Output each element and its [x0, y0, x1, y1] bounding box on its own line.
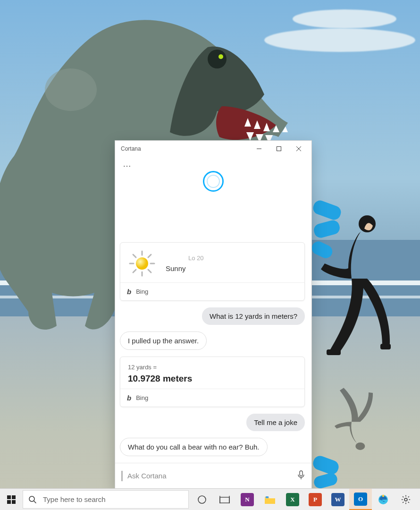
cortana-message: What do you call a bear with no ear? Buh… — [120, 438, 268, 456]
svg-point-27 — [136, 257, 148, 270]
cortana-message: I pulled up the answer. — [120, 332, 207, 350]
microphone-button[interactable] — [297, 470, 305, 482]
bing-icon: b — [127, 394, 131, 402]
svg-point-2 — [218, 54, 223, 59]
taskbar-search-input[interactable] — [42, 495, 188, 504]
svg-point-1 — [208, 50, 227, 68]
cortana-ring-icon — [203, 171, 224, 192]
svg-point-36 — [198, 496, 206, 503]
svg-point-14 — [355, 442, 365, 450]
conversion-from: 12 yards = — [128, 364, 297, 371]
svg-point-34 — [29, 496, 34, 502]
svg-line-25 — [148, 255, 151, 257]
more-menu-button[interactable]: … — [115, 157, 311, 168]
svg-line-26 — [133, 270, 136, 272]
weather-card[interactable]: Lo 20 Sunny b Bing — [120, 242, 305, 301]
svg-rect-37 — [220, 497, 229, 503]
conversation-scroll[interactable]: Lo 20 Sunny b Bing What is 12 yards in m… — [115, 192, 311, 463]
taskbar-powerpoint-icon[interactable]: P — [304, 489, 327, 510]
svg-point-43 — [382, 494, 385, 497]
wallpaper-runner — [311, 208, 392, 378]
bing-icon: b — [127, 288, 131, 296]
svg-rect-31 — [12, 495, 16, 499]
sun-icon — [128, 249, 156, 278]
start-button[interactable] — [0, 489, 23, 510]
svg-rect-41 — [266, 496, 269, 498]
conversion-source: Bing — [136, 394, 148, 401]
search-icon — [23, 495, 42, 504]
taskbar: N X P W O — [0, 488, 420, 510]
window-title: Cortana — [121, 145, 249, 152]
svg-rect-40 — [265, 499, 275, 504]
svg-rect-33 — [12, 500, 16, 504]
weather-condition: Sunny — [166, 264, 204, 272]
svg-rect-16 — [277, 147, 281, 151]
conversion-result: 10.9728 meters — [128, 374, 297, 384]
svg-rect-30 — [7, 495, 11, 499]
taskbar-taskview-icon[interactable] — [213, 489, 236, 510]
svg-line-24 — [148, 270, 151, 272]
minimize-button[interactable] — [249, 142, 269, 156]
taskbar-excel-icon[interactable]: X — [281, 489, 304, 510]
svg-point-0 — [45, 68, 97, 111]
wallpaper-runner-reflection — [311, 378, 392, 453]
user-message[interactable]: Tell me a joke — [246, 414, 305, 431]
weather-lo: Lo 20 — [188, 255, 204, 262]
ask-cortana-input[interactable] — [126, 471, 293, 480]
maximize-button[interactable] — [269, 142, 289, 156]
taskbar-onenote-icon[interactable]: N — [236, 489, 259, 510]
close-button[interactable] — [289, 142, 309, 156]
conversion-card[interactable]: 12 yards = 10.9728 meters b Bing — [120, 357, 305, 407]
taskbar-cortana-icon[interactable] — [191, 489, 213, 510]
weather-source: Bing — [136, 288, 148, 295]
svg-point-44 — [404, 498, 407, 501]
cortana-window: Cortana … — [115, 140, 312, 489]
svg-line-35 — [34, 501, 36, 503]
svg-rect-12 — [327, 349, 341, 355]
taskbar-search[interactable] — [23, 490, 189, 509]
taskbar-outlook-icon[interactable]: O — [349, 489, 372, 510]
svg-line-23 — [133, 255, 136, 257]
input-bar — [115, 463, 311, 488]
titlebar[interactable]: Cortana — [115, 141, 311, 157]
taskbar-settings-icon[interactable] — [395, 489, 417, 510]
taskbar-explorer-icon[interactable] — [259, 489, 281, 510]
svg-rect-32 — [7, 500, 11, 504]
svg-rect-28 — [300, 471, 302, 476]
text-cursor — [122, 471, 122, 481]
user-message[interactable]: What is 12 yards in meters? — [202, 307, 305, 325]
taskbar-edge-icon[interactable] — [372, 489, 395, 510]
taskbar-word-icon[interactable]: W — [327, 489, 349, 510]
svg-rect-13 — [380, 344, 391, 349]
